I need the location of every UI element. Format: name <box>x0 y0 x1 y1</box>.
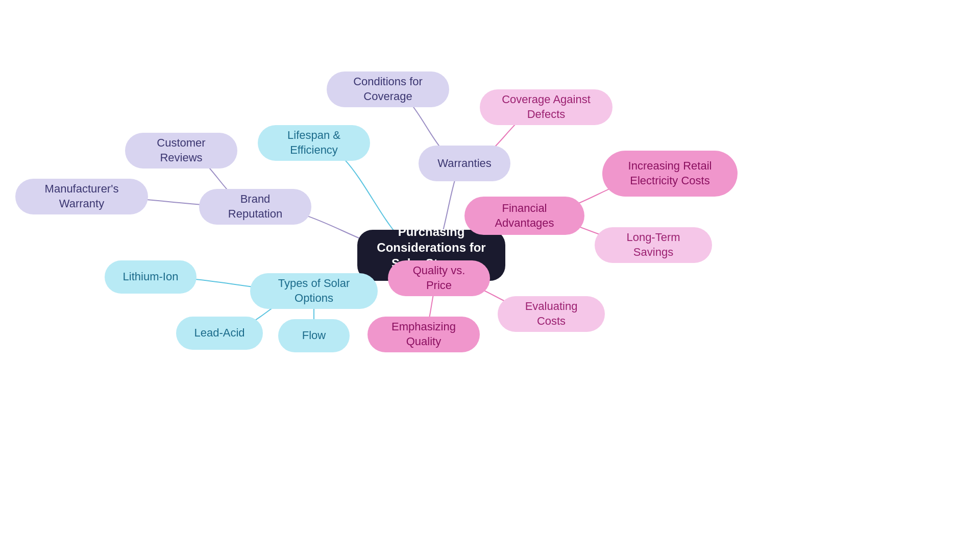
node-lifespanEfficiency: Lifespan & Efficiency <box>258 125 370 161</box>
node-flow: Flow <box>278 319 350 352</box>
node-emphasizingQuality: Emphasizing Quality <box>368 317 480 352</box>
node-coverageDefects: Coverage Against Defects <box>480 89 612 125</box>
node-increasingCosts: Increasing Retail Electricity Costs <box>602 151 738 197</box>
node-qualityVsPrice: Quality vs. Price <box>388 260 490 296</box>
node-conditionsCoverage: Conditions for Coverage <box>327 71 449 107</box>
mindmap-container: Purchasing Considerations for Solar Stor… <box>0 0 980 553</box>
node-customerReviews: Customer Reviews <box>125 133 237 169</box>
node-typesOfSolar: Types of Solar Options <box>250 273 378 309</box>
node-leadAcid: Lead-Acid <box>176 317 263 350</box>
node-manufacturerWarranty: Manufacturer's Warranty <box>15 179 148 214</box>
node-lithiumIon: Lithium-Ion <box>105 260 197 294</box>
node-longTermSavings: Long-Term Savings <box>595 227 712 263</box>
node-warranties: Warranties <box>419 146 510 181</box>
node-evaluatingCosts: Evaluating Costs <box>498 296 605 332</box>
node-brandReputation: Brand Reputation <box>199 189 311 225</box>
node-financialAdvantages: Financial Advantages <box>464 197 584 235</box>
